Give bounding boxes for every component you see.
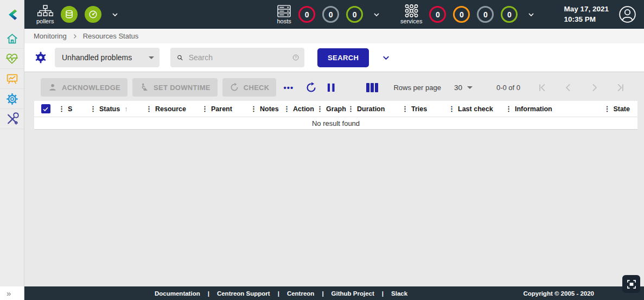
first-page-icon [537,82,548,93]
column-header-notes[interactable]: ⋮ Notes [249,105,282,113]
poller-latency-status[interactable] [85,6,101,23]
drag-handle-icon[interactable]: ⋮ [448,105,455,112]
footer-link-github-project[interactable]: Github Project [324,290,382,297]
first-page-button[interactable] [529,82,555,93]
drag-handle-icon[interactable]: ⋮ [505,105,512,112]
help-icon[interactable]: ? [292,52,299,63]
column-label: Information [515,105,552,113]
acknowledge-label: ACKNOWLEDGE [62,84,120,92]
search-button[interactable]: SEARCH [317,48,369,67]
services-warning-count[interactable]: 0 [453,6,470,23]
set-downtime-button[interactable]: SET DOWNTIME [132,78,218,97]
fullscreen-button[interactable] [622,275,640,293]
sidebar-item-reporting[interactable] [0,69,24,89]
services-critical-count[interactable]: 0 [429,6,446,23]
previous-page-button[interactable] [555,82,581,93]
pause-icon [327,82,336,93]
check-icon [42,106,49,112]
person-icon [48,82,58,92]
check-button[interactable]: CHECK [222,78,277,97]
topbar: pollers [24,0,644,29]
column-header-action[interactable]: ⋮ Action [282,105,315,113]
sort-asc-icon[interactable]: ↑ [124,105,128,113]
drag-handle-icon[interactable]: ⋮ [603,105,610,112]
home-icon [5,32,19,46]
downtime-person-icon [139,82,149,92]
column-header-severity[interactable]: ⋮ S [57,105,88,113]
column-header-parent[interactable]: ⋮ Parent [200,105,249,113]
hosts-chevron-icon[interactable] [372,10,381,19]
set-downtime-label: SET DOWNTIME [154,84,211,92]
sidebar-item-monitoring[interactable] [0,49,24,69]
heartbeat-icon [5,52,19,66]
column-header-resource[interactable]: ⋮ Resource [144,105,200,113]
footer-link-centreon-support[interactable]: Centreon Support [209,290,278,297]
select-all-checkbox[interactable] [41,104,50,113]
hosts-icon-stack: hosts [277,5,291,24]
drag-handle-icon[interactable]: ⋮ [58,105,65,112]
services-chevron-icon[interactable] [527,10,535,19]
hosts-up-count[interactable]: 0 [346,6,363,23]
sidebar-expand-button[interactable]: » [0,286,24,300]
column-label: Graph [326,105,346,113]
drag-handle-icon[interactable]: ⋮ [283,105,290,112]
filter-expand-chevron-icon[interactable] [381,53,391,63]
column-header-status[interactable]: ⋮ Status ↑ [88,105,144,113]
tools-icon [5,112,19,126]
filter-settings-gear-icon[interactable] [34,51,47,64]
drag-handle-icon[interactable]: ⋮ [145,105,152,112]
breadcrumb-monitoring[interactable]: Monitoring [34,32,67,40]
resources-table: ⋮ S ⋮ Status ↑ ⋮ Resource ⋮ Parent ⋮ [34,101,637,130]
drag-handle-icon[interactable]: ⋮ [250,105,257,112]
select-all-cell [34,104,57,113]
footer-link-slack[interactable]: Slack [384,290,415,297]
last-page-button[interactable] [607,82,633,93]
next-page-button[interactable] [581,82,607,93]
more-actions-button[interactable]: ••• [283,83,294,92]
column-header-duration[interactable]: ⋮ Duration [346,105,400,113]
pollers-group[interactable]: pollers [36,5,119,24]
column-label: S [68,105,72,113]
fullscreen-icon [626,279,637,290]
user-icon [619,5,636,23]
footer-link-centreon[interactable]: Centreon [279,290,322,297]
column-header-graph[interactable]: ⋮ Graph [315,105,346,113]
drag-handle-icon[interactable]: ⋮ [316,105,323,112]
column-header-information[interactable]: ⋮ Information [504,105,602,113]
footer-links: Documentation | Centreon Support | Centr… [147,290,415,297]
search-input[interactable] [189,53,287,62]
sidebar-item-administration[interactable] [0,109,24,129]
filter-preset-select[interactable]: Unhandled problems [55,48,160,67]
clock-date: May 17, 2021 [564,4,609,14]
pollers-chevron-icon[interactable] [111,10,119,19]
rows-per-page-select[interactable]: 30 [454,84,473,92]
sidebar-item-configuration[interactable] [0,89,24,109]
column-header-state[interactable]: ⋮ State [602,105,637,113]
services-ok-count[interactable]: 0 [501,6,518,23]
column-settings-button[interactable] [366,83,378,92]
pollers-icon-stack: pollers [36,5,54,24]
refresh-button[interactable] [305,82,317,93]
centreon-logo[interactable] [0,0,24,29]
drag-handle-icon[interactable]: ⋮ [347,105,354,112]
chevron-left-icon [563,82,574,93]
footer-link-documentation[interactable]: Documentation [147,290,208,297]
pause-refresh-button[interactable] [327,82,336,93]
breadcrumb-resources-status[interactable]: Resources Status [83,32,139,40]
centreon-app: » pollers [0,0,644,300]
drag-handle-icon[interactable]: ⋮ [401,105,409,112]
check-label: CHECK [244,84,270,92]
column-header-last-check[interactable]: ⋮ Last check [447,105,504,113]
empty-result-message: No result found [312,119,360,127]
drag-handle-icon[interactable]: ⋮ [90,105,97,112]
drag-handle-icon[interactable]: ⋮ [201,105,208,112]
user-avatar[interactable] [619,5,636,23]
column-header-tries[interactable]: ⋮ Tries [400,105,447,113]
hosts-down-count[interactable]: 0 [298,6,315,23]
services-unknown-count[interactable]: 0 [477,6,494,23]
hosts-unreachable-count[interactable]: 0 [322,6,339,23]
pager [529,82,633,93]
acknowledge-button[interactable]: ACKNOWLEDGE [41,78,127,97]
poller-database-status[interactable] [61,6,78,23]
sidebar-item-home[interactable] [0,29,24,49]
